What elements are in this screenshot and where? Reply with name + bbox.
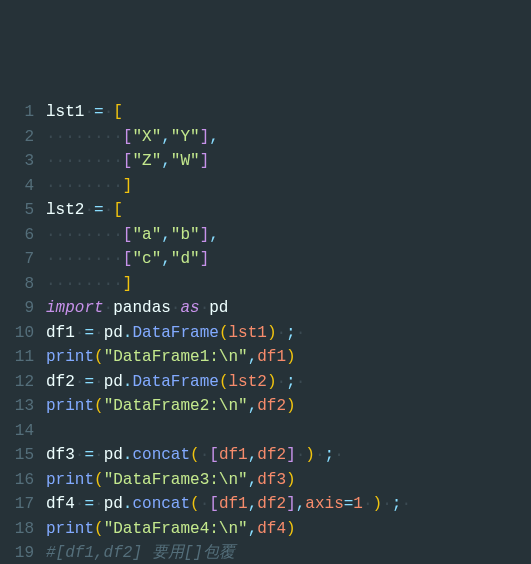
code-line[interactable] — [46, 419, 411, 444]
code-line[interactable]: lst1·=·[ — [46, 100, 411, 125]
code-line[interactable]: print("DataFrame1:\n",df1) — [46, 345, 411, 370]
code-line[interactable]: df2·=·pd.DataFrame(lst2)·;· — [46, 370, 411, 395]
line-number: 19 — [8, 541, 34, 564]
line-number: 16 — [8, 468, 34, 493]
line-number: 6 — [8, 223, 34, 248]
line-number: 2 — [8, 125, 34, 150]
code-line[interactable]: print("DataFrame3:\n",df3) — [46, 468, 411, 493]
line-number: 9 — [8, 296, 34, 321]
code-line[interactable]: df1·=·pd.DataFrame(lst1)·;· — [46, 321, 411, 346]
line-number: 7 — [8, 247, 34, 272]
line-number: 15 — [8, 443, 34, 468]
line-number: 3 — [8, 149, 34, 174]
code-line[interactable]: ········["c","d"] — [46, 247, 411, 272]
line-number: 11 — [8, 345, 34, 370]
code-line[interactable]: ········] — [46, 174, 411, 199]
code-line[interactable]: print("DataFrame4:\n",df4) — [46, 517, 411, 542]
code-line[interactable]: import·pandas·as·pd — [46, 296, 411, 321]
line-number: 14 — [8, 419, 34, 444]
line-number: 8 — [8, 272, 34, 297]
code-line[interactable]: df4·=·pd.concat(·[df1,df2],axis=1·)·;· — [46, 492, 411, 517]
code-content[interactable]: lst1·=·[········["X","Y"],········["Z","… — [46, 98, 411, 564]
line-number: 10 — [8, 321, 34, 346]
code-line[interactable]: print("DataFrame2:\n",df2) — [46, 394, 411, 419]
code-line[interactable]: ········["a","b"], — [46, 223, 411, 248]
line-number: 12 — [8, 370, 34, 395]
code-line[interactable]: #[df1,df2] 要用[]包覆 — [46, 541, 411, 564]
code-line[interactable]: ········] — [46, 272, 411, 297]
code-line[interactable]: df3·=·pd.concat(·[df1,df2]·)·;· — [46, 443, 411, 468]
line-number: 13 — [8, 394, 34, 419]
line-number: 5 — [8, 198, 34, 223]
code-line[interactable]: ········["X","Y"], — [46, 125, 411, 150]
line-number: 18 — [8, 517, 34, 542]
code-editor[interactable]: 1234567891011121314151617181920212223 ls… — [0, 98, 531, 564]
code-line[interactable]: lst2·=·[ — [46, 198, 411, 223]
line-number: 4 — [8, 174, 34, 199]
code-line[interactable]: ········["Z","W"] — [46, 149, 411, 174]
line-number: 17 — [8, 492, 34, 517]
line-number: 1 — [8, 100, 34, 125]
line-number-gutter: 1234567891011121314151617181920212223 — [0, 98, 46, 564]
